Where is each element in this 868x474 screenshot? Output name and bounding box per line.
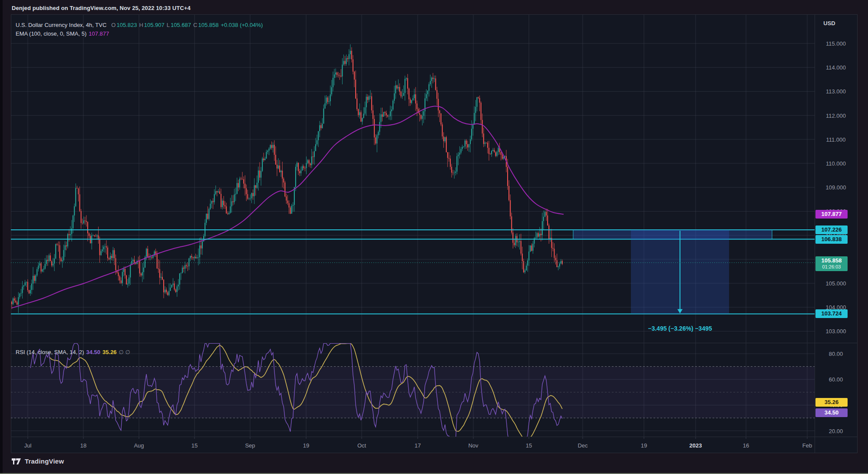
pane-separator[interactable] xyxy=(11,343,858,343)
close-label: C xyxy=(193,22,197,28)
time-axis-label-16: 16 xyxy=(743,441,749,450)
symbol-legend-row[interactable]: U.S. Dollar Currency Index, 4h, TVC O105… xyxy=(16,20,263,29)
rsi-label[interactable]: RSI (14, close, SMA, 14, 2) xyxy=(16,349,84,355)
time-axis-label-Aug: Aug xyxy=(134,441,144,450)
axis-currency: USD xyxy=(814,20,845,27)
rsi-empty-values: ∅ ∅ xyxy=(119,349,130,355)
ema-value: 107.877 xyxy=(89,30,109,37)
chart-canvas[interactable] xyxy=(0,0,868,474)
rsi-tick-label: 80.00 xyxy=(815,351,857,357)
low-label: L xyxy=(167,22,170,28)
brand-text[interactable]: TradingView xyxy=(25,457,64,465)
rsi-value: 34.50 xyxy=(86,349,101,355)
price-tick-label: 109.000 xyxy=(815,184,857,191)
price-badge-107.877: 107.877 xyxy=(815,210,848,219)
tradingview-logo-icon[interactable] xyxy=(12,458,21,465)
rsi-ma-value: 35.26 xyxy=(102,349,117,355)
time-axis-label-19: 19 xyxy=(641,441,647,450)
time-axis-label-Sep: Sep xyxy=(245,441,255,450)
rsi-legend-row[interactable]: RSI (14, close, SMA, 14, 2) 34.50 35.26 … xyxy=(16,348,130,356)
price-tick-label: 112.000 xyxy=(815,112,857,119)
price-tick-label: 115.000 xyxy=(815,40,857,47)
low-value: 105.687 xyxy=(171,22,191,28)
open-label: O xyxy=(111,22,116,28)
rsi-badge-35.26: 35.26 xyxy=(815,398,848,407)
ema-legend-row[interactable]: EMA (100, close, 0, SMA, 5) 107.877 xyxy=(16,29,263,38)
time-axis-label-15: 15 xyxy=(191,441,198,450)
time-axis-label-19: 19 xyxy=(303,441,309,450)
rsi-tick-label: 60.00 xyxy=(815,376,857,383)
price-tick-label: 111.000 xyxy=(815,136,857,143)
change-value: +0.038 (+0.04%) xyxy=(221,22,263,28)
time-axis-label-17: 17 xyxy=(415,441,421,450)
price-tick-label: 110.000 xyxy=(815,160,857,167)
close-value: 105.858 xyxy=(198,22,218,28)
tradingview-chart-page: Denjed published on TradingView.com, Nov… xyxy=(0,0,868,474)
rsi-tick-label: 20.00 xyxy=(815,428,857,434)
high-label: H xyxy=(139,22,143,28)
ema-label[interactable]: EMA (100, close, 0, SMA, 5) xyxy=(16,30,86,37)
time-axis-label-Dec: Dec xyxy=(578,441,587,450)
countdown-timer: 01:26:03 xyxy=(815,264,848,270)
price-badge-105.858: 105.85801:26:03 xyxy=(815,256,848,271)
symbol-legend[interactable]: U.S. Dollar Currency Index, 4h, TVC O105… xyxy=(16,20,263,38)
time-axis-label-Feb: Feb xyxy=(802,441,812,450)
price-badge-103.724: 103.724 xyxy=(815,309,848,318)
price-tick-label: 113.000 xyxy=(815,88,857,95)
price-tick-label: 114.000 xyxy=(815,64,857,71)
price-badge-107.226: 107.226 xyxy=(815,225,848,234)
price-badge-106.838: 106.838 xyxy=(815,235,848,244)
high-value: 105.907 xyxy=(144,22,165,28)
time-axis-label-Jul: Jul xyxy=(24,441,32,450)
rsi-legend[interactable]: RSI (14, close, SMA, 14, 2) 34.50 35.26 … xyxy=(16,348,130,356)
time-axis-label-15: 15 xyxy=(526,441,532,450)
time-axis-label-18: 18 xyxy=(80,441,86,450)
time-axis-label-Nov: Nov xyxy=(468,441,478,450)
rsi-badge-34.50: 34.50 xyxy=(815,408,848,417)
time-axis-separator xyxy=(11,437,858,437)
time-axis-label-Oct: Oct xyxy=(357,441,366,450)
time-axis-label-2023: 2023 xyxy=(690,441,702,450)
open-value: 105.823 xyxy=(116,22,137,28)
measure-tool-label: −3.495 (−3.26%) −3495 xyxy=(648,325,712,332)
price-tick-label: 105.000 xyxy=(815,280,857,287)
price-tick-label: 103.000 xyxy=(815,328,857,335)
footer: TradingView xyxy=(12,457,64,465)
symbol-title[interactable]: U.S. Dollar Currency Index, 4h, TVC xyxy=(16,22,106,28)
